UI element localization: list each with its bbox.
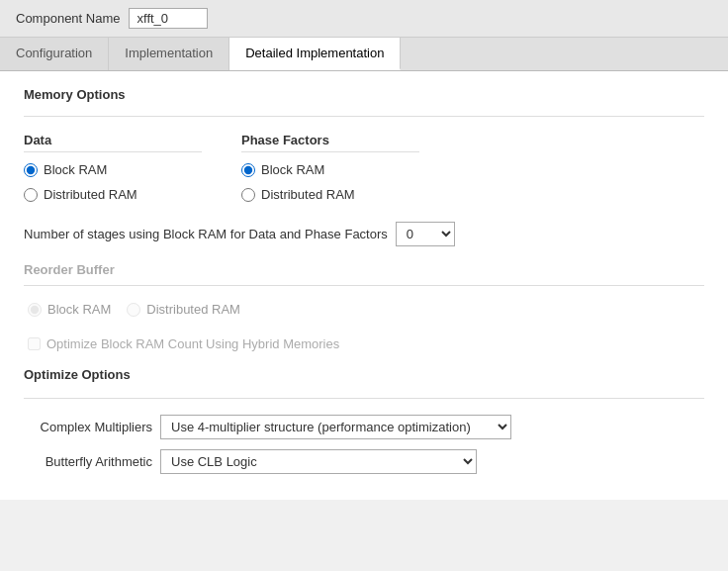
butterfly-arithmetic-label: Butterfly Arithmetic [24,454,152,469]
pf-block-ram-option: Block RAM [241,162,459,177]
data-column: Data Block RAM Distributed RAM [24,133,241,212]
rb-block-ram-label: Block RAM [47,302,111,317]
stages-label: Number of stages using Block RAM for Dat… [24,227,388,241]
hybrid-label: Optimize Block RAM Count Using Hybrid Me… [46,336,339,351]
hybrid-checkbox-row: Optimize Block RAM Count Using Hybrid Me… [28,336,704,351]
pf-distributed-ram-option: Distributed RAM [241,187,459,202]
phase-factors-column: Phase Factors Block RAM Distributed RAM [241,133,459,212]
rb-distributed-ram-radio [127,303,140,317]
data-column-header: Data [24,133,202,152]
data-block-ram-option: Block RAM [24,162,241,177]
memory-options-title: Memory Options [24,87,704,106]
component-name-value: xfft_0 [129,8,208,29]
phase-factors-column-header: Phase Factors [241,133,419,152]
tab-configuration[interactable]: Configuration [0,38,109,70]
tab-detailed-implementation[interactable]: Detailed Implementation [229,38,401,70]
data-distributed-ram-label: Distributed RAM [44,187,137,202]
complex-multipliers-row: Complex Multipliers Use 4-multiplier str… [24,415,704,439]
hybrid-checkbox [28,337,41,350]
reorder-radios: Block RAM Distributed RAM [28,302,704,327]
rb-distributed-ram-option: Distributed RAM [127,302,240,317]
butterfly-arithmetic-select[interactable]: Use CLB Logic Use DSPs [160,449,477,474]
data-distributed-ram-option: Distributed RAM [24,187,241,202]
reorder-buffer-title: Reorder Buffer [24,262,704,277]
memory-options-section: Memory Options Data Block RAM Distribute… [24,87,704,246]
pf-block-ram-label: Block RAM [261,162,324,177]
rb-block-ram-radio [28,303,42,317]
stages-select[interactable]: 0 1 2 3 4 5 6 [396,222,455,246]
rb-block-ram-option: Block RAM [28,302,111,317]
data-block-ram-label: Block RAM [44,162,107,177]
pf-block-ram-radio[interactable] [241,163,255,177]
reorder-buffer-section: Reorder Buffer Block RAM Distributed RAM… [24,262,704,351]
complex-multipliers-select[interactable]: Use 4-multiplier structure (performance … [160,415,511,439]
optimize-options-divider [24,398,704,399]
data-distributed-ram-radio[interactable] [24,188,38,202]
data-block-ram-radio[interactable] [24,163,38,177]
complex-multipliers-label: Complex Multipliers [24,420,152,434]
tabs-bar: Configuration Implementation Detailed Im… [0,38,728,71]
stages-row: Number of stages using Block RAM for Dat… [24,222,704,246]
pf-distributed-ram-label: Distributed RAM [261,187,355,202]
component-name-bar: Component Name xfft_0 [0,0,728,38]
memory-options-divider [24,116,704,117]
component-name-label: Component Name [16,11,121,26]
optimize-options-section: Optimize Options Complex Multipliers Use… [24,367,704,474]
optimize-options-title: Optimize Options [24,367,704,386]
rb-distributed-ram-label: Distributed RAM [146,302,240,317]
tab-implementation[interactable]: Implementation [109,38,229,70]
memory-columns-row: Data Block RAM Distributed RAM Phase Fac… [24,133,704,212]
pf-distributed-ram-radio[interactable] [241,188,255,202]
main-content: Memory Options Data Block RAM Distribute… [0,71,728,500]
butterfly-arithmetic-row: Butterfly Arithmetic Use CLB Logic Use D… [24,449,704,474]
reorder-buffer-divider [24,285,704,286]
